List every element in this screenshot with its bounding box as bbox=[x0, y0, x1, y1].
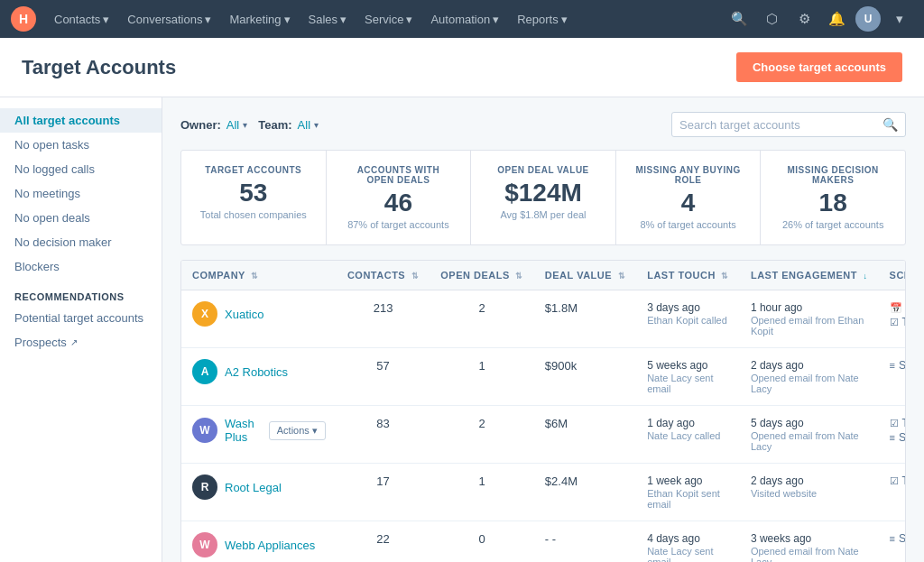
page-title: Target Accounts bbox=[22, 56, 176, 79]
sidebar-item-all-target-accounts[interactable]: All target accounts bbox=[0, 108, 162, 133]
stat-open-deal-value: OPEN DEAL VALUE $124M Avg $1.8M per deal bbox=[471, 151, 616, 244]
settings-icon[interactable]: ⚙ bbox=[790, 5, 818, 32]
hubspot-logo[interactable]: H bbox=[11, 6, 36, 32]
company-link[interactable]: Xuatico bbox=[225, 308, 263, 321]
cell-last-touch-1: 5 weeks ago Nate Lacy sent email bbox=[636, 348, 740, 406]
cell-scheduled-2: ☑ Task ≡ Sequence bbox=[879, 406, 906, 464]
cell-last-engagement-4: 3 weeks ago Opened email from Nate Lacy bbox=[740, 521, 879, 563]
chevron-down-icon: ▾ bbox=[205, 13, 211, 26]
sort-icon: ↓ bbox=[864, 272, 868, 281]
sidebar-item-no-open-deals[interactable]: No open deals bbox=[0, 206, 162, 230]
cell-last-engagement-0: 1 hour ago Opened email from Ethan Kopit bbox=[740, 290, 879, 348]
cell-company-1: A A2 Robotics bbox=[181, 348, 337, 406]
svg-text:H: H bbox=[19, 12, 28, 26]
sidebar-item-potential-target-accounts[interactable]: Potential target accounts bbox=[0, 306, 162, 330]
marketplace-icon[interactable]: ⬡ bbox=[758, 5, 785, 32]
company-logo: R bbox=[192, 474, 217, 500]
cell-open-deals-4: 0 bbox=[430, 521, 534, 563]
scheduled-label: Task bbox=[902, 417, 906, 429]
company-link[interactable]: Wash Plus bbox=[225, 417, 254, 444]
scheduled-type-icon: ☑ bbox=[890, 475, 899, 487]
company-logo: A bbox=[192, 359, 217, 384]
th-company[interactable]: COMPANY ⇅ bbox=[181, 261, 337, 290]
cell-last-touch-0: 3 days ago Ethan Kopit called bbox=[636, 290, 740, 348]
owner-filter[interactable]: Owner: All ▾ bbox=[180, 118, 247, 132]
team-filter[interactable]: Team: All ▾ bbox=[258, 118, 319, 132]
chevron-down-icon: ▾ bbox=[493, 13, 499, 26]
table-row: X Xuatico 213 2 $1.8M 3 days ago Ethan K… bbox=[181, 290, 906, 348]
th-last-touch[interactable]: LAST TOUCH ⇅ bbox=[636, 261, 740, 290]
cell-company-2: W Wash Plus Actions ▾ bbox=[181, 406, 337, 464]
scheduled-type-icon: ☑ bbox=[890, 317, 899, 328]
cell-last-engagement-3: 2 days ago Visited website bbox=[740, 464, 879, 521]
actions-button[interactable]: Actions ▾ bbox=[269, 421, 326, 440]
chevron-down-icon: ▾ bbox=[561, 13, 568, 26]
cell-scheduled-3: ☑ Task bbox=[879, 464, 906, 521]
company-link[interactable]: A2 Robotics bbox=[225, 365, 288, 379]
scheduled-item: ≡ Sequence bbox=[890, 532, 906, 545]
th-open-deals[interactable]: OPEN DEALS ⇅ bbox=[430, 261, 534, 290]
avatar[interactable]: U bbox=[855, 6, 881, 32]
nav-conversations[interactable]: Conversations ▾ bbox=[120, 9, 218, 30]
sidebar-item-prospects[interactable]: Prospects ↗ bbox=[0, 330, 162, 355]
scheduled-item: ≡ Sequence bbox=[890, 431, 906, 444]
topnav-right: 🔍 ⬡ ⚙ 🔔 U ▾ bbox=[725, 5, 913, 32]
chevron-down-icon: ▾ bbox=[406, 13, 412, 26]
sidebar-recommendations-title: Recommendations bbox=[0, 279, 162, 306]
search-box[interactable]: 🔍 bbox=[671, 112, 906, 137]
nav-sales[interactable]: Sales ▾ bbox=[301, 9, 355, 30]
topnav: H Contacts ▾ Conversations ▾ Marketing ▾… bbox=[0, 0, 924, 38]
stat-missing-decision-makers: MISSING DECISION MAKERS 18 26% of target… bbox=[761, 151, 905, 244]
company-logo: W bbox=[192, 532, 217, 557]
scheduled-type-icon: ≡ bbox=[890, 533, 895, 544]
search-icon[interactable]: 🔍 bbox=[725, 5, 753, 32]
sort-icon: ⇅ bbox=[618, 272, 626, 281]
company-link[interactable]: Webb Appliances bbox=[225, 539, 315, 552]
cell-contacts-4: 22 bbox=[337, 521, 430, 563]
th-scheduled[interactable]: SCHEDULED ⇅ bbox=[879, 261, 906, 290]
sidebar-item-no-decision-maker[interactable]: No decision maker bbox=[0, 230, 162, 254]
nav-marketing[interactable]: Marketing ▾ bbox=[222, 9, 297, 30]
th-last-engagement[interactable]: LAST ENGAGEMENT ↓ bbox=[740, 261, 879, 290]
sidebar: All target accounts No open tasks No log… bbox=[0, 97, 162, 562]
choose-target-accounts-button[interactable]: Choose target accounts bbox=[736, 52, 902, 82]
scheduled-type-icon: ☑ bbox=[890, 418, 899, 429]
main-layout: All target accounts No open tasks No log… bbox=[0, 97, 924, 562]
account-chevron-icon[interactable]: ▾ bbox=[886, 5, 913, 32]
cell-last-touch-4: 4 days ago Nate Lacy sent email bbox=[636, 521, 740, 563]
cell-open-deals-2: 2 bbox=[430, 406, 534, 464]
cell-deal-value-0: $1.8M bbox=[534, 290, 636, 348]
cell-open-deals-0: 2 bbox=[430, 290, 534, 348]
filters-row: Owner: All ▾ Team: All ▾ 🔍 bbox=[180, 112, 906, 137]
owner-chevron-icon: ▾ bbox=[243, 120, 247, 130]
th-contacts[interactable]: CONTACTS ⇅ bbox=[337, 261, 430, 290]
scheduled-label: Task bbox=[902, 474, 906, 487]
search-input[interactable] bbox=[679, 118, 882, 132]
team-chevron-icon: ▾ bbox=[314, 120, 319, 130]
cell-contacts-3: 17 bbox=[337, 464, 430, 521]
accounts-table: COMPANY ⇅ CONTACTS ⇅ OPEN DEALS ⇅ DEAL bbox=[181, 261, 906, 562]
th-deal-value[interactable]: DEAL VALUE ⇅ bbox=[534, 261, 636, 290]
scheduled-label: Task bbox=[902, 316, 906, 328]
company-link[interactable]: Root Legal bbox=[225, 481, 282, 494]
content-area: Owner: All ▾ Team: All ▾ 🔍 TARGET ACCOUN… bbox=[162, 97, 924, 562]
stat-target-accounts: TARGET ACCOUNTS 53 Total chosen companie… bbox=[181, 151, 327, 244]
notifications-icon[interactable]: 🔔 bbox=[823, 5, 850, 32]
page-header: Target Accounts Choose target accounts bbox=[0, 38, 924, 97]
sort-icon: ⇅ bbox=[515, 272, 523, 281]
cell-open-deals-3: 1 bbox=[430, 464, 534, 521]
sidebar-item-no-logged-calls[interactable]: No logged calls bbox=[0, 157, 162, 181]
nav-service[interactable]: Service ▾ bbox=[357, 9, 420, 30]
nav-contacts[interactable]: Contacts ▾ bbox=[47, 9, 116, 30]
scheduled-type-icon: ≡ bbox=[890, 432, 895, 443]
nav-automation[interactable]: Automation ▾ bbox=[423, 9, 506, 30]
sidebar-item-no-meetings[interactable]: No meetings bbox=[0, 181, 162, 206]
cell-contacts-0: 213 bbox=[337, 290, 430, 348]
scheduled-item: ☑ Task bbox=[890, 417, 906, 429]
nav-reports[interactable]: Reports ▾ bbox=[510, 9, 575, 30]
cell-company-4: W Webb Appliances bbox=[181, 521, 337, 563]
sidebar-item-no-open-tasks[interactable]: No open tasks bbox=[0, 133, 162, 157]
sidebar-item-blockers[interactable]: Blockers bbox=[0, 254, 162, 279]
cell-last-engagement-1: 2 days ago Opened email from Nate Lacy bbox=[740, 348, 879, 406]
table-row: R Root Legal 17 1 $2.4M 1 week ago Ethan… bbox=[181, 464, 906, 521]
